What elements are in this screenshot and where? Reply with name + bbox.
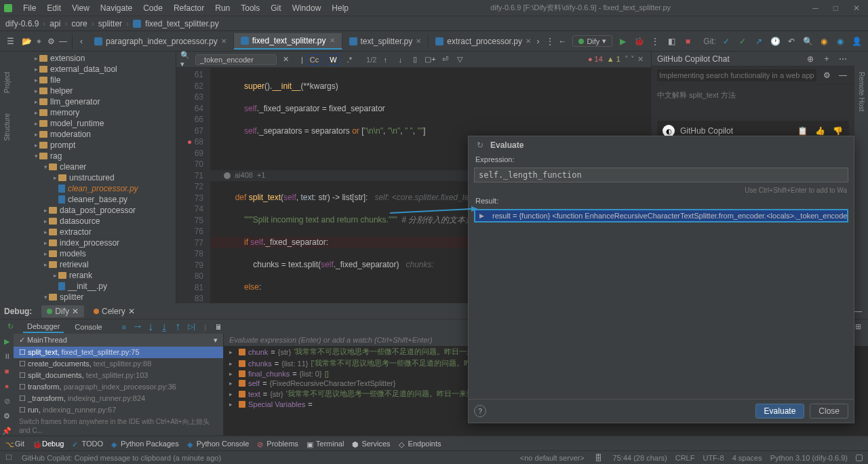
bottom-tab-pypackages[interactable]: ◆ Python Packages <box>111 440 179 448</box>
close-find-icon[interactable]: ✕ <box>637 55 647 64</box>
git-commit-icon[interactable]: ✓ <box>736 35 749 47</box>
step-over-icon[interactable]: ⭢ <box>132 322 143 332</box>
tree-item[interactable]: ▸memory <box>14 107 176 118</box>
tree-item[interactable]: ▸datasource <box>14 216 176 227</box>
stop-icon[interactable]: ■ <box>2 366 12 376</box>
tab-right-icon[interactable]: › <box>532 35 544 47</box>
close-button[interactable]: Close <box>810 404 848 419</box>
tree-item[interactable]: ▾rag <box>14 151 176 161</box>
tree-item[interactable]: ▸moderation <box>14 129 176 140</box>
menu-tools[interactable]: Tools <box>237 2 264 14</box>
tree-item[interactable]: ▸helper <box>14 85 176 96</box>
debug-icon[interactable]: 🐞 <box>633 35 645 47</box>
breadcrumb-item[interactable]: splitter <box>98 19 122 28</box>
tree-item[interactable]: ▾splitter <box>14 292 176 303</box>
coverage-icon[interactable]: ◧ <box>665 35 677 47</box>
tree-item[interactable]: ▸unstructured <box>14 172 176 183</box>
tree-item[interactable]: ▸prompt <box>14 140 176 151</box>
tree-item[interactable]: ▸rerank <box>14 270 176 281</box>
view-breakpoints-icon[interactable]: ● <box>2 381 12 391</box>
git-update-icon[interactable]: ✓ <box>720 35 732 47</box>
tree-item[interactable]: ▸extension <box>14 53 176 64</box>
tab-dropdown-icon[interactable]: ⋮ <box>544 35 556 47</box>
frame-item[interactable]: ☐ run, indexing_runner.py:67 <box>14 404 223 416</box>
breadcrumb-item[interactable]: core <box>71 19 87 28</box>
menu-run[interactable]: Run <box>211 2 234 14</box>
hide-panel-icon[interactable]: — <box>837 69 849 81</box>
tree-item[interactable]: ▸external_data_tool <box>14 64 176 75</box>
tree-item[interactable]: clean_processor.py <box>14 183 176 194</box>
bottom-tab-terminal[interactable]: ▣ Terminal <box>307 440 344 448</box>
menu-git[interactable]: Git <box>267 2 285 14</box>
bottom-tab-services[interactable]: ⬢ Services <box>352 440 390 448</box>
tree-item[interactable]: ▸retrieval <box>14 259 176 270</box>
add-selection-icon[interactable]: ▢+ <box>424 54 436 66</box>
menu-window[interactable]: Window <box>288 2 326 14</box>
debug-config-tab[interactable]: Dify ✕ <box>41 305 84 317</box>
indent[interactable]: 4 spaces <box>732 454 762 462</box>
close-tab-icon[interactable]: ✕ <box>330 37 335 44</box>
bottom-tab-problems[interactable]: ⊘ Problems <box>257 440 298 448</box>
match-case-toggle[interactable]: Cc <box>307 54 322 65</box>
next-match-icon[interactable]: ↓ <box>394 54 406 66</box>
git-push-icon[interactable]: ↗ <box>753 35 765 47</box>
chevron-right-icon[interactable]: ▶ <box>479 212 484 219</box>
resume-icon[interactable]: ▶ <box>2 336 12 346</box>
bottom-tab-debug[interactable]: 🐞 Debug <box>33 440 64 448</box>
tree-item[interactable]: __init__.py <box>14 281 176 292</box>
tree-item[interactable]: ▸data_post_processor <box>14 205 176 216</box>
bottom-tab-pyconsole[interactable]: ◆ Python Console <box>187 440 250 448</box>
more-run-icon[interactable]: ⋮ <box>649 35 661 47</box>
regex-toggle[interactable]: .* <box>344 55 355 64</box>
menu-help[interactable]: Help <box>328 2 353 14</box>
breadcrumb-item[interactable]: fixed_text_splitter.py <box>145 19 219 28</box>
close-tab-icon[interactable]: ✕ <box>221 37 226 45</box>
gear-icon[interactable]: ⚙ <box>45 35 57 47</box>
pin-icon[interactable]: 📌 <box>2 426 12 436</box>
remote-host-tab[interactable]: Remote Host <box>858 72 865 111</box>
evaluate-dialog[interactable]: ↻ Evaluate Expression: self._length_func… <box>468 136 854 423</box>
inspection-summary[interactable]: ● 14 ▲ 1 ˄ ˅ <box>588 55 635 64</box>
add-icon[interactable]: ＋ <box>821 53 833 65</box>
new-line-icon[interactable]: ⏎ <box>439 54 451 66</box>
close-tab-icon[interactable]: ✕ <box>416 37 421 45</box>
thread-selector[interactable]: ✓ MainThread <box>19 336 67 345</box>
frame-item[interactable]: ☐ transform, paragraph_index_processor.p… <box>14 381 223 393</box>
debug-config-tab[interactable]: Celery ✕ <box>88 305 140 317</box>
menu-file[interactable]: File <box>19 2 40 14</box>
gear-icon[interactable]: ⚙ <box>821 69 833 81</box>
db-icon[interactable]: 🗄 <box>593 452 605 464</box>
evaluate-icon[interactable]: 🖩 <box>214 322 224 332</box>
menu-edit[interactable]: Edit <box>43 2 65 14</box>
bottom-tab-git[interactable]: ⌥ Git <box>5 440 24 448</box>
tree-item[interactable]: ▸llm_generator <box>14 96 176 107</box>
menu-code[interactable]: Code <box>139 2 167 14</box>
reload-icon[interactable]: ↻ <box>474 139 486 151</box>
evaluate-button[interactable]: Evaluate <box>755 404 805 419</box>
structure-tool-tab[interactable]: Structure <box>3 113 11 141</box>
rerun-icon[interactable]: ↻ <box>4 321 16 333</box>
frame-item[interactable]: ☐ split_text, fixed_text_splitter.py:75 <box>14 347 223 358</box>
run-to-cursor-icon[interactable]: ▷| <box>186 322 197 332</box>
find-clear-icon[interactable]: ✕ <box>279 54 292 66</box>
encoding[interactable]: UTF-8 <box>703 454 724 462</box>
find-search-icon[interactable]: 🔍▾ <box>180 54 193 66</box>
target-icon[interactable]: ⌖ <box>33 35 45 47</box>
hide-icon[interactable]: — <box>57 35 69 47</box>
search-icon[interactable]: 🔍 <box>802 35 814 47</box>
copilot-icon[interactable]: ◉ <box>834 35 846 47</box>
tab-left-icon[interactable]: ‹ <box>75 35 87 47</box>
debugger-tab[interactable]: Debugger <box>23 321 64 333</box>
breadcrumb-item[interactable]: dify-0.6.9 <box>5 19 39 28</box>
cursor-position[interactable]: 75:44 (28 chars) <box>613 454 667 462</box>
minimize-icon[interactable]: ─ <box>808 3 823 13</box>
tab-fixed-text-splitter[interactable]: fixed_text_splitter.py✕ <box>234 33 342 50</box>
project-dropdown-icon[interactable]: ☰ <box>4 35 16 47</box>
tab-paragraph[interactable]: paragraph_index_processor.py✕ <box>87 34 234 49</box>
tab-text-splitter[interactable]: text_splitter.py✕ <box>342 34 429 49</box>
help-icon[interactable]: ? <box>474 405 486 417</box>
force-step-icon[interactable]: ⭣̲ <box>159 322 170 332</box>
frame-list[interactable]: ☐ split_text, fixed_text_splitter.py:75☐… <box>14 347 223 416</box>
close-tab-icon[interactable]: ✕ <box>526 37 531 45</box>
ai-assist-icon[interactable]: ◉ <box>818 35 830 47</box>
